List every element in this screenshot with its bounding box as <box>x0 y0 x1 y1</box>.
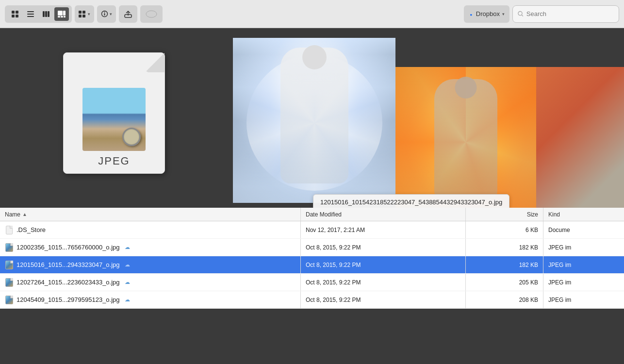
table-row[interactable]: 12027264_1015...2236023433_o.jpg ☁ Oct 8… <box>0 274 624 291</box>
search-icon <box>518 11 524 17</box>
file-icon <box>5 261 14 269</box>
svg-rect-0 <box>12 11 15 14</box>
filename-tooltip: 12015016_101542318522223047_543885443294… <box>313 194 509 208</box>
svg-rect-10 <box>58 11 63 16</box>
table-row[interactable]: .DS_Store Nov 12, 2017, 2:21 AM 6 KB Doc… <box>0 221 624 239</box>
name-col-label: Name <box>5 211 20 218</box>
table-row[interactable]: 12045409_1015...2979595123_o.jpg ☁ Oct 8… <box>0 291 624 309</box>
file-name: 12002356_1015...7656760000_o.jpg <box>16 244 120 251</box>
size-col-label: Size <box>527 211 538 218</box>
dropbox-label: Dropbox <box>476 10 500 17</box>
file-name-cell: 12002356_1015...7656760000_o.jpg ☁ <box>0 239 301 256</box>
file-kind-cell: JPEG im <box>543 274 624 291</box>
file-date: Oct 8, 2015, 9:22 PM <box>306 244 361 251</box>
group-btn[interactable]: ▾ <box>75 5 94 23</box>
file-size-cell: 182 KB <box>466 256 543 273</box>
file-date: Oct 8, 2015, 9:22 PM <box>306 297 361 303</box>
jpeg-inner-image <box>82 88 146 151</box>
file-name-cell: 12045409_1015...2979595123_o.jpg ☁ <box>0 291 301 308</box>
file-list: Name ▲ Date Modified Size Kind .DS_Store… <box>0 208 624 309</box>
file-date: Oct 8, 2015, 9:22 PM <box>306 279 361 286</box>
svg-point-25 <box>518 11 522 15</box>
svg-rect-3 <box>16 15 18 17</box>
file-size-cell: 182 KB <box>466 239 543 256</box>
svg-rect-2 <box>12 15 15 17</box>
date-col-label: Date Modified <box>306 211 342 218</box>
file-kind: JPEG im <box>548 279 571 286</box>
view-gallery-btn[interactable] <box>54 7 69 21</box>
dropbox-icon: ⬩ <box>469 10 474 18</box>
dropbox-arrow-icon: ▾ <box>502 12 505 17</box>
file-date: Nov 12, 2017, 2:21 AM <box>306 227 365 233</box>
svg-rect-5 <box>27 14 34 15</box>
file-rows-container: .DS_Store Nov 12, 2017, 2:21 AM 6 KB Doc… <box>0 221 624 309</box>
icloud-icon: ☁ <box>125 297 130 303</box>
view-mode-group <box>5 5 72 23</box>
icloud-icon: ☁ <box>125 262 130 268</box>
jpeg-file-icon <box>5 243 13 252</box>
share-btn[interactable] <box>119 5 137 23</box>
view-icon-btn[interactable] <box>8 7 22 21</box>
file-date-cell: Oct 8, 2015, 9:22 PM <box>301 274 466 291</box>
action-arrow-icon: ▾ <box>110 12 112 17</box>
file-name: .DS_Store <box>16 226 46 233</box>
photo-preview-1 <box>233 38 395 203</box>
jpeg-file-icon <box>5 278 13 287</box>
preview-area: JPEG 12015016_101542318522223047_5 <box>0 28 624 208</box>
svg-rect-17 <box>79 15 82 17</box>
dropbox-btn[interactable]: ⬩ Dropbox ▾ <box>464 5 509 23</box>
file-name-cell: 12015016_1015...2943323047_o.jpg ☁ <box>0 256 301 273</box>
icloud-icon: ☁ <box>125 279 130 285</box>
col-header-name[interactable]: Name ▲ <box>0 208 301 221</box>
svg-rect-11 <box>63 11 66 16</box>
file-name: 12045409_1015...2979595123_o.jpg <box>16 296 120 303</box>
file-kind-cell: Docume <box>543 221 624 238</box>
col-header-kind[interactable]: Kind <box>543 208 624 221</box>
table-row[interactable]: 12002356_1015...7656760000_o.jpg ☁ Oct 8… <box>0 239 624 256</box>
file-kind-cell: JPEG im <box>543 256 624 273</box>
file-kind: JPEG im <box>548 244 571 251</box>
list-header: Name ▲ Date Modified Size Kind <box>0 208 624 221</box>
svg-rect-13 <box>61 16 63 17</box>
svg-point-20 <box>104 12 105 13</box>
file-size: 208 KB <box>519 297 538 303</box>
file-kind: JPEG im <box>548 262 571 268</box>
icloud-icon: ☁ <box>125 244 130 250</box>
file-date-cell: Oct 8, 2015, 9:22 PM <box>301 291 466 308</box>
file-size: 6 KB <box>525 227 538 233</box>
jpeg-label: JPEG <box>98 155 130 167</box>
jpeg-file-icon <box>5 261 13 269</box>
file-size: 182 KB <box>519 244 538 251</box>
file-date: Oct 8, 2015, 9:22 PM <box>306 262 361 268</box>
file-size-cell: 208 KB <box>466 291 543 308</box>
file-icon <box>5 226 14 234</box>
file-name-cell: 12027264_1015...2236023433_o.jpg ☁ <box>0 274 301 291</box>
svg-rect-4 <box>27 11 34 12</box>
search-input[interactable] <box>526 10 614 17</box>
file-kind: Docume <box>548 227 570 233</box>
table-row[interactable]: 12015016_1015...2943323047_o.jpg ☁ Oct 8… <box>0 256 624 274</box>
search-bar[interactable] <box>512 5 619 23</box>
col-header-date[interactable]: Date Modified <box>301 208 466 221</box>
file-kind-cell: JPEG im <box>543 291 624 308</box>
svg-rect-12 <box>58 16 60 17</box>
action-btn[interactable]: ▾ <box>97 5 116 23</box>
file-size-cell: 205 KB <box>466 274 543 291</box>
jpeg-paper-icon: JPEG <box>63 52 165 174</box>
view-list-btn[interactable] <box>23 7 38 21</box>
svg-rect-1 <box>16 11 18 14</box>
file-size-cell: 6 KB <box>466 221 543 238</box>
tag-btn[interactable] <box>140 5 163 23</box>
svg-rect-8 <box>45 11 47 17</box>
svg-rect-7 <box>43 11 45 17</box>
file-kind-cell: JPEG im <box>543 239 624 256</box>
generic-file-icon <box>6 226 13 234</box>
view-columns-btn[interactable] <box>39 7 53 21</box>
file-date-cell: Oct 8, 2015, 9:22 PM <box>301 239 466 256</box>
col-header-size[interactable]: Size <box>466 208 543 221</box>
file-name: 12015016_1015...2943323047_o.jpg <box>16 261 120 268</box>
svg-rect-15 <box>79 11 82 14</box>
file-size: 205 KB <box>519 279 538 286</box>
file-icon <box>5 243 14 252</box>
file-icon <box>5 278 14 287</box>
